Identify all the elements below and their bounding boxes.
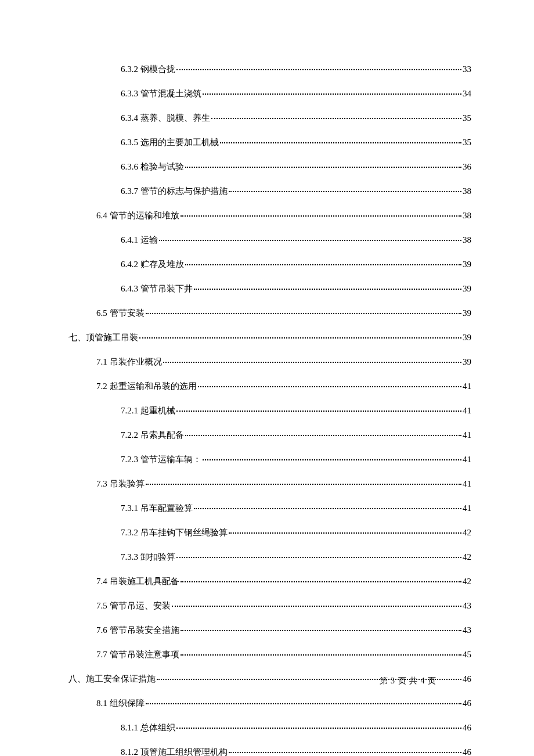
toc-label: 6.3.7 管节的标志与保护措施: [121, 186, 228, 197]
toc-entry: 7.3.1 吊车配置验算41: [68, 503, 471, 514]
toc-label: 7.3.3 卸扣验算: [121, 552, 175, 563]
toc-dots: [185, 167, 461, 168]
toc-page-number: 33: [463, 64, 471, 74]
toc-entry: 7.2 起重运输和吊装的选用41: [68, 381, 471, 392]
toc-page-number: 46: [463, 699, 471, 708]
toc-label: 6.3.3 管节混凝土浇筑: [121, 88, 201, 99]
toc-container: 6.3.2 钢模合拢336.3.3 管节混凝土浇筑346.3.4 蒸养、脱模、养…: [0, 0, 534, 756]
toc-entry: 6.4.3 管节吊装下井39: [68, 283, 471, 294]
toc-dots: [159, 240, 461, 241]
toc-entry: 7.5 管节吊运、安装43: [68, 600, 471, 611]
toc-page-number: 39: [463, 333, 471, 343]
toc-dots: [211, 118, 461, 119]
toc-entry: 8.1.2 顶管施工组织管理机构46: [68, 747, 471, 756]
toc-dots: [181, 654, 462, 656]
toc-dots: [220, 142, 461, 143]
toc-page-number: 43: [463, 625, 471, 635]
toc-entry: 6.5 管节安装39: [68, 308, 471, 319]
toc-entry: 6.3.3 管节混凝土浇筑34: [68, 88, 471, 99]
toc-dots: [229, 191, 461, 192]
toc-page-number: 42: [463, 528, 471, 538]
toc-entry: 七、顶管施工吊装39: [68, 332, 471, 343]
toc-entry: 8.1 组织保障46: [68, 698, 471, 709]
toc-dots: [229, 532, 461, 534]
toc-entry: 6.3.6 检验与试验36: [68, 161, 471, 172]
toc-entry: 7.1 吊装作业概况39: [68, 357, 471, 368]
toc-entry: 6.4.2 贮存及堆放39: [68, 259, 471, 270]
toc-page-number: 43: [463, 601, 471, 611]
toc-entry: 7.7 管节吊装注意事项45: [68, 649, 471, 660]
toc-page-number: 35: [463, 138, 471, 147]
toc-label: 7.3.1 吊车配置验算: [121, 503, 193, 514]
toc-dots: [194, 508, 461, 509]
toc-label: 7.4 吊装施工机具配备: [96, 576, 179, 587]
toc-page-number: 46: [463, 674, 471, 684]
toc-page-number: 42: [463, 577, 471, 586]
toc-label: 6.4 管节的运输和堆放: [96, 210, 179, 221]
toc-label: 7.2.3 管节运输车辆：: [121, 454, 201, 465]
toc-dots: [146, 703, 462, 704]
toc-label: 7.3 吊装验算: [96, 478, 145, 489]
toc-dots: [229, 752, 461, 753]
toc-page-number: 41: [463, 503, 471, 513]
toc-label: 7.3.2 吊车挂钩下钢丝绳验算: [121, 527, 228, 538]
toc-dots: [198, 386, 462, 387]
toc-entry: 6.4.1 运输38: [68, 235, 471, 246]
toc-page-number: 45: [463, 650, 471, 660]
toc-label: 6.3.2 钢模合拢: [121, 64, 175, 75]
toc-dots: [181, 630, 462, 631]
toc-page-number: 46: [463, 747, 471, 756]
toc-entry: 6.3.2 钢模合拢33: [68, 64, 471, 75]
toc-page-number: 39: [463, 260, 471, 269]
toc-dots: [139, 337, 461, 339]
toc-dots: [176, 411, 461, 412]
toc-dots: [194, 289, 461, 290]
toc-label: 7.6 管节吊装安全措施: [96, 625, 179, 636]
toc-entry: 6.3.4 蒸养、脱模、养生35: [68, 113, 471, 124]
toc-label: 8.1 组织保障: [96, 698, 145, 709]
toc-dots: [181, 581, 462, 582]
toc-entry: 6.3.5 选用的主要加工机械35: [68, 137, 471, 148]
toc-dots: [146, 313, 462, 314]
toc-dots: [203, 93, 461, 95]
toc-entry: 7.3.3 卸扣验算42: [68, 552, 471, 563]
toc-entry: 7.2.2 吊索具配备41: [68, 430, 471, 441]
toc-entry: 6.3.7 管节的标志与保护措施38: [68, 186, 471, 197]
toc-page-number: 34: [463, 89, 471, 99]
toc-label: 6.3.4 蒸养、脱模、养生: [121, 113, 210, 124]
toc-label: 6.3.5 选用的主要加工机械: [121, 137, 219, 148]
toc-label: 7.2.1 起重机械: [121, 405, 175, 416]
page-footer: 第 3 页 共 4 页: [380, 676, 437, 686]
toc-page-number: 41: [463, 455, 471, 465]
toc-label: 6.5 管节安装: [96, 308, 145, 319]
toc-label: 7.2 起重运输和吊装的选用: [96, 381, 197, 392]
toc-label: 8.1.2 顶管施工组织管理机构: [121, 747, 228, 756]
toc-page-number: 41: [463, 430, 471, 440]
toc-entry: 6.4 管节的运输和堆放38: [68, 210, 471, 221]
toc-page-number: 38: [463, 235, 471, 245]
toc-page-number: 35: [463, 113, 471, 123]
toc-dots: [146, 484, 462, 485]
toc-label: 6.3.6 检验与试验: [121, 161, 184, 172]
toc-page-number: 46: [463, 723, 471, 733]
toc-label: 八、施工安全保证措施: [68, 674, 156, 685]
toc-page-number: 38: [463, 211, 471, 221]
toc-label: 7.1 吊装作业概况: [96, 357, 162, 368]
toc-label: 7.7 管节吊装注意事项: [96, 649, 179, 660]
toc-dots: [176, 728, 461, 729]
toc-page-number: 36: [463, 162, 471, 172]
toc-page-number: 39: [463, 357, 471, 367]
toc-entry: 7.6 管节吊装安全措施43: [68, 625, 471, 636]
toc-page-number: 41: [463, 406, 471, 416]
toc-label: 7.5 管节吊运、安装: [96, 600, 171, 611]
toc-page-number: 41: [463, 381, 471, 391]
toc-label: 6.4.3 管节吊装下井: [121, 283, 193, 294]
toc-page-number: 39: [463, 308, 471, 318]
toc-dots: [163, 362, 462, 363]
toc-label: 七、顶管施工吊装: [68, 332, 138, 343]
toc-page-number: 42: [463, 552, 471, 562]
toc-dots: [176, 69, 461, 70]
toc-entry: 8.1.1 总体组织46: [68, 722, 471, 733]
toc-dots: [176, 557, 461, 558]
toc-entry: 7.2.1 起重机械41: [68, 405, 471, 416]
